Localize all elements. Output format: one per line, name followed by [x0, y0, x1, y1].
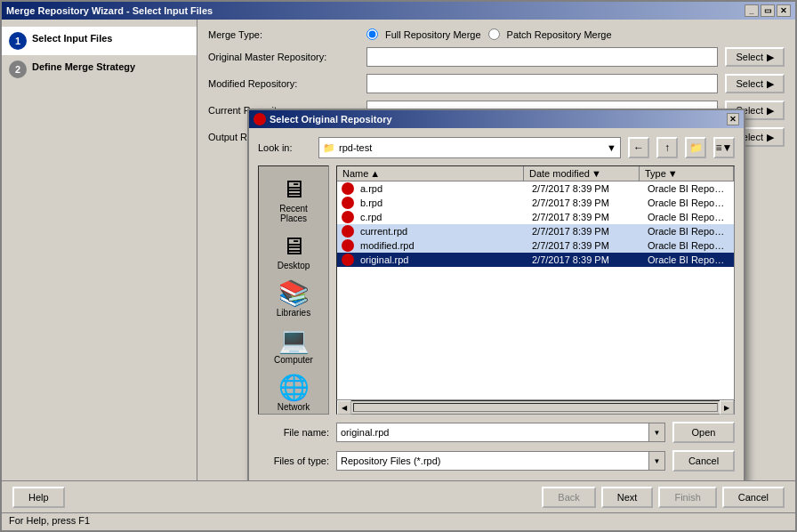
dialog-title-icon [254, 113, 266, 125]
look-in-arrow: ▼ [607, 142, 616, 153]
look-in-label: Look in: [258, 142, 311, 153]
file-row-modified[interactable]: modified.rpd 2/7/2017 8:39 PM Oracle BI … [337, 238, 734, 253]
select-original-dialog: Select Original Repository ✕ Look in: 📁 … [247, 109, 745, 480]
nav-back-button[interactable]: ← [628, 137, 649, 158]
folder-icon: 📁 [323, 142, 335, 154]
bottom-nav-right: Back Next Finish Cancel [542, 487, 785, 508]
file-row-a[interactable]: a.rpd 2/7/2017 8:39 PM Oracle BI Reposi.… [337, 181, 734, 196]
files-header: Name ▲ Date modified ▼ Type [337, 166, 734, 181]
file-type-modified: Oracle BI Reposi... [642, 239, 734, 252]
file-type-original: Oracle BI Reposi... [642, 254, 734, 266]
network-label: Network [278, 402, 310, 412]
desktop-icon: 🖥 [281, 234, 306, 259]
sidebar-item-select-input[interactable]: 1 Select Input Files [2, 27, 197, 55]
file-row-current[interactable]: current.rpd 2/7/2017 8:39 PM Oracle BI R… [337, 224, 734, 238]
dialog-body: Look in: 📁 rpd-test ▼ ← ↑ 📁 ≡▼ [249, 128, 744, 480]
title-bar: Merge Repository Wizard - Select Input F… [2, 2, 795, 20]
col-header-name[interactable]: Name ▲ [337, 166, 524, 181]
recent-label: Recent Places [266, 204, 321, 223]
dialog-close-button[interactable]: ✕ [727, 113, 739, 125]
sidebar: 1 Select Input Files 2 Define Merge Stra… [2, 20, 197, 480]
file-date-modified: 2/7/2017 8:39 PM [527, 239, 642, 252]
file-date-c: 2/7/2017 8:39 PM [527, 211, 642, 223]
file-row-c[interactable]: c.rpd 2/7/2017 8:39 PM Oracle BI Reposi.… [337, 210, 734, 224]
network-icon: 🌐 [278, 375, 310, 400]
file-icon-modified [341, 239, 355, 252]
places-panel: 🖥 Recent Places 🖥 Desktop 📚 Libraries [258, 165, 329, 415]
dialog-title-left: Select Original Repository [254, 113, 392, 125]
libraries-label: Libraries [277, 308, 310, 318]
main-content: 1 Select Input Files 2 Define Merge Stra… [2, 20, 795, 480]
file-name-b: b.rpd [355, 197, 527, 209]
filename-input[interactable] [337, 423, 648, 441]
next-button[interactable]: Next [601, 487, 654, 508]
desktop-label: Desktop [278, 261, 310, 270]
close-button[interactable]: ✕ [777, 4, 791, 17]
back-button[interactable]: Back [542, 487, 595, 508]
nav-view-button[interactable]: ≡▼ [713, 137, 735, 158]
computer-icon: 💻 [278, 328, 310, 353]
cancel-dialog-button[interactable]: Cancel [672, 450, 735, 472]
place-computer[interactable]: 💻 Computer [262, 325, 325, 368]
sidebar-item-define-merge[interactable]: 2 Define Merge Strategy [2, 55, 197, 84]
step-1-label: Select Input Files [32, 32, 112, 44]
bottom-bar: Help Back Next Finish Cancel [2, 480, 795, 512]
files-panel: Name ▲ Date modified ▼ Type [336, 165, 735, 400]
filetype-label: Files of type: [258, 455, 329, 466]
file-list-container: 🖥 Recent Places 🖥 Desktop 📚 Libraries [258, 165, 735, 415]
place-recent[interactable]: 🖥 Recent Places [262, 173, 325, 227]
scroll-left-arrow[interactable]: ◀ [337, 400, 351, 415]
status-text: For Help, press F1 [9, 515, 90, 526]
help-button[interactable]: Help [12, 487, 65, 508]
look-in-row: Look in: 📁 rpd-test ▼ ← ↑ 📁 ≡▼ [258, 137, 735, 158]
look-in-value: rpd-test [339, 142, 372, 153]
place-libraries[interactable]: 📚 Libraries [262, 278, 325, 321]
restore-button[interactable]: ▭ [761, 4, 775, 17]
scroll-right-arrow[interactable]: ▶ [720, 400, 734, 415]
window-title: Merge Repository Wizard - Select Input F… [6, 5, 213, 16]
filetype-dropdown-arrow[interactable]: ▼ [648, 452, 664, 470]
cancel-button[interactable]: Cancel [722, 487, 785, 508]
file-name-current: current.rpd [355, 225, 527, 238]
open-button[interactable]: Open [672, 422, 735, 443]
sort-icon: ▲ [370, 168, 380, 179]
file-name-modified: modified.rpd [355, 239, 527, 252]
title-bar-buttons: _ ▭ ✕ [745, 4, 791, 17]
place-network[interactable]: 🌐 Network [262, 372, 325, 415]
file-name-c: c.rpd [355, 211, 527, 223]
file-icon-b [341, 197, 355, 209]
finish-button[interactable]: Finish [658, 487, 716, 508]
filetype-input[interactable] [337, 452, 648, 470]
filename-dropdown-arrow[interactable]: ▼ [648, 423, 664, 441]
file-name-original: original.rpd [355, 254, 527, 266]
look-in-dropdown[interactable]: 📁 rpd-test ▼ [318, 137, 621, 158]
main-panel: Merge Type: Full Repository Merge Patch … [197, 20, 795, 480]
step-2-number: 2 [9, 60, 27, 78]
file-icon-a [341, 182, 355, 195]
file-icon-current [341, 225, 355, 238]
files-panel-wrapper: Name ▲ Date modified ▼ Type [336, 165, 735, 415]
place-desktop[interactable]: 🖥 Desktop [262, 230, 325, 274]
col-header-date[interactable]: Date modified ▼ [524, 166, 640, 181]
file-type-a: Oracle BI Reposi... [642, 182, 734, 195]
file-row-b[interactable]: b.rpd 2/7/2017 8:39 PM Oracle BI Reposi.… [337, 196, 734, 210]
main-window: Merge Repository Wizard - Select Input F… [0, 0, 797, 532]
col-header-type[interactable]: Type ▼ [640, 166, 734, 181]
file-icon-original [341, 254, 355, 266]
file-type-c: Oracle BI Reposi... [642, 211, 734, 223]
filename-combo[interactable]: ▼ [336, 423, 665, 442]
dialog-title-bar: Select Original Repository ✕ [249, 110, 744, 128]
file-name-a: a.rpd [355, 182, 527, 195]
minimize-button[interactable]: _ [745, 4, 759, 17]
filetype-combo[interactable]: ▼ [336, 451, 665, 471]
file-row-original[interactable]: original.rpd 2/7/2017 8:39 PM Oracle BI … [337, 253, 734, 267]
file-type-b: Oracle BI Reposi... [642, 197, 734, 209]
nav-up-button[interactable]: ↑ [656, 137, 678, 158]
nav-folder-button[interactable]: 📁 [685, 137, 706, 158]
filetype-row: Files of type: ▼ Cancel [258, 450, 735, 472]
sort-icon-type: ▼ [668, 168, 678, 179]
status-bar: For Help, press F1 [2, 512, 795, 530]
horizontal-scrollbar[interactable]: ◀ ▶ [336, 400, 735, 415]
col-date-text: Date modified [529, 168, 590, 179]
col-name-text: Name [342, 168, 368, 179]
